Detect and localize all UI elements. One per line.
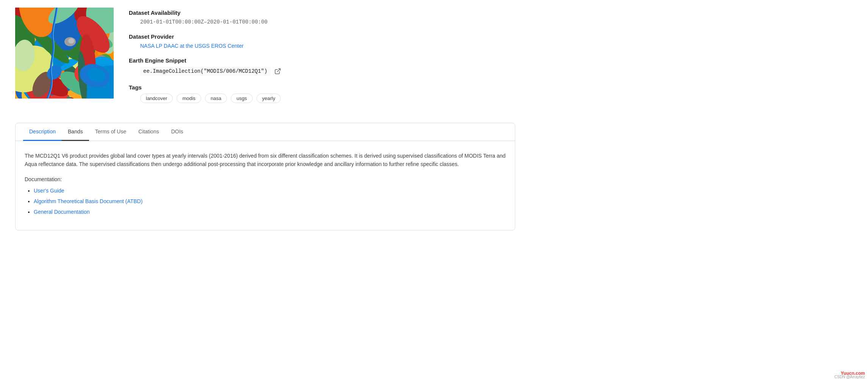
- doc-link[interactable]: User's Guide: [34, 188, 64, 194]
- provider-link[interactable]: NASA LP DAAC at the USGS EROS Center: [129, 43, 244, 49]
- external-link-icon[interactable]: [274, 68, 281, 75]
- snippet-container: ee.ImageCollection("MODIS/006/MCD12Q1"): [129, 67, 515, 76]
- tags-label: Tags: [129, 84, 515, 91]
- tag-item[interactable]: modis: [177, 94, 201, 103]
- dataset-image: [15, 8, 114, 99]
- tab-citations[interactable]: Citations: [132, 123, 165, 141]
- doc-list: User's GuideAlgorithm Theoretical Basis …: [25, 188, 506, 215]
- availability-label: Dataset Availability: [129, 9, 515, 16]
- tags-section: Tags landcovermodisnasausgsyearly: [129, 84, 515, 103]
- tabs-section: Description Bands Terms of Use Citations…: [15, 123, 515, 230]
- dataset-info: Dataset Availability 2001-01-01T00:00:00…: [129, 8, 515, 111]
- doc-link[interactable]: General Documentation: [34, 209, 90, 215]
- snippet-label: Earth Engine Snippet: [129, 57, 515, 64]
- top-section: Dataset Availability 2001-01-01T00:00:00…: [15, 8, 515, 111]
- tag-item[interactable]: nasa: [205, 94, 227, 103]
- tab-content: The MCD12Q1 V6 product provides global l…: [16, 141, 515, 230]
- tab-dois[interactable]: DOIs: [165, 123, 189, 141]
- tag-item[interactable]: yearly: [256, 94, 281, 103]
- description-text: The MCD12Q1 V6 product provides global l…: [25, 152, 506, 169]
- svg-line-0: [277, 69, 280, 72]
- tabs-header: Description Bands Terms of Use Citations…: [16, 123, 515, 141]
- tab-bands[interactable]: Bands: [62, 123, 89, 141]
- tag-item[interactable]: usgs: [231, 94, 252, 103]
- page-container: Dataset Availability 2001-01-01T00:00:00…: [0, 0, 530, 238]
- tags-container: landcovermodisnasausgsyearly: [129, 94, 515, 103]
- tab-description[interactable]: Description: [23, 123, 62, 141]
- snippet-section: Earth Engine Snippet ee.ImageCollection(…: [129, 57, 515, 76]
- provider-section: Dataset Provider NASA LP DAAC at the USG…: [129, 33, 515, 49]
- tag-item[interactable]: landcover: [140, 94, 173, 103]
- documentation-label: Documentation:: [25, 176, 506, 182]
- doc-link[interactable]: Algorithm Theoretical Basis Document (AT…: [34, 198, 142, 204]
- tab-terms[interactable]: Terms of Use: [89, 123, 132, 141]
- availability-section: Dataset Availability 2001-01-01T00:00:00…: [129, 9, 515, 25]
- provider-label: Dataset Provider: [129, 33, 515, 40]
- availability-value: 2001-01-01T00:00:00Z–2020-01-01T00:00:00: [129, 19, 515, 25]
- snippet-code[interactable]: ee.ImageCollection("MODIS/006/MCD12Q1"): [140, 67, 271, 76]
